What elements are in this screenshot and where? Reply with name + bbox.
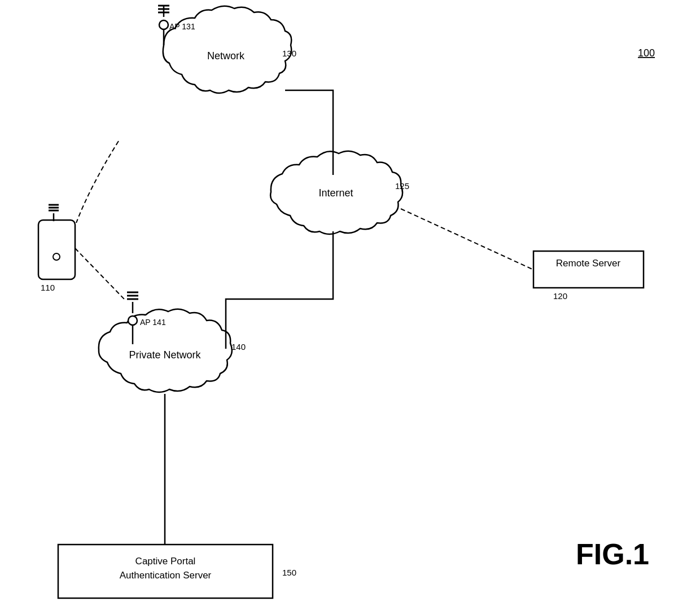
figure-ref-number: 100: [638, 47, 655, 59]
captive-portal-label-line1: Captive Portal: [135, 556, 196, 567]
captive-portal-label-line2: Authentication Server: [120, 570, 212, 581]
figure-label: FIG.1: [576, 538, 649, 570]
device-id: 110: [41, 283, 55, 292]
internet-label: Internet: [318, 187, 353, 199]
remote-server-id: 120: [553, 291, 567, 301]
internet-cloud: Internet: [270, 151, 403, 234]
private-network-label: Private Network: [129, 349, 201, 361]
private-network-id: 140: [231, 342, 246, 352]
svg-point-12: [159, 20, 168, 29]
mobile-device: [38, 205, 75, 279]
svg-line-20: [401, 209, 533, 270]
network-cloud: Network: [163, 6, 292, 93]
internet-id: 125: [395, 181, 409, 191]
svg-rect-2: [38, 220, 75, 279]
captive-portal-server: Captive Portal Authentication Server: [58, 545, 273, 598]
remote-server-label-line1: Remote Server: [556, 258, 621, 269]
remote-server: Remote Server: [533, 251, 644, 288]
ap-131-label: AP 131: [169, 22, 195, 31]
svg-rect-0: [533, 251, 644, 288]
captive-portal-id: 150: [282, 568, 296, 577]
diagram-container: Network 130 Internet 125 Private Network…: [0, 0, 700, 610]
svg-point-18: [128, 316, 137, 325]
svg-line-21: [75, 248, 124, 299]
network-id: 130: [282, 49, 296, 58]
network-label: Network: [207, 50, 245, 62]
ap-141-label: AP 141: [140, 318, 166, 327]
